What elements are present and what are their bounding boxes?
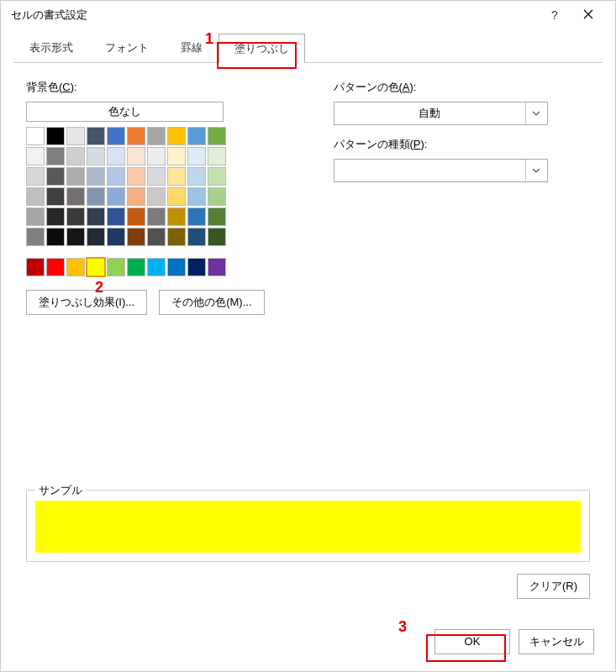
theme-color-swatch[interactable] xyxy=(66,167,85,186)
close-button[interactable] xyxy=(571,8,605,22)
theme-color-swatch[interactable] xyxy=(208,228,226,246)
pattern-color-label: パターンの色(A): xyxy=(334,80,591,95)
help-button[interactable]: ? xyxy=(538,8,571,22)
theme-color-swatch[interactable] xyxy=(46,127,65,145)
pattern-color-value: 自動 xyxy=(334,106,525,121)
theme-color-swatch[interactable] xyxy=(127,127,145,145)
standard-color-swatch[interactable] xyxy=(127,258,145,276)
theme-color-swatch[interactable] xyxy=(147,228,166,246)
standard-color-swatch[interactable] xyxy=(107,258,125,276)
theme-color-swatch[interactable] xyxy=(187,127,206,145)
theme-color-swatch[interactable] xyxy=(127,207,145,226)
theme-color-swatch[interactable] xyxy=(187,187,206,206)
theme-color-swatch[interactable] xyxy=(66,147,85,165)
theme-color-swatch[interactable] xyxy=(107,187,125,206)
titlebar: セルの書式設定 ? xyxy=(1,1,615,29)
standard-color-grid xyxy=(26,258,283,276)
theme-color-swatch[interactable] xyxy=(167,187,186,206)
bg-color-label: 背景色(C): xyxy=(26,80,283,95)
ok-button[interactable]: OK xyxy=(434,629,510,654)
tab-fill[interactable]: 塗りつぶし xyxy=(218,34,305,63)
theme-color-swatch[interactable] xyxy=(87,147,105,165)
standard-color-swatch[interactable] xyxy=(167,258,186,276)
standard-color-swatch[interactable] xyxy=(26,258,45,276)
theme-color-swatch[interactable] xyxy=(107,167,125,186)
standard-color-swatch[interactable] xyxy=(46,258,65,276)
theme-color-swatch[interactable] xyxy=(187,228,206,246)
standard-color-swatch[interactable] xyxy=(66,258,85,276)
cancel-button[interactable]: キャンセル xyxy=(519,629,594,654)
theme-color-swatch[interactable] xyxy=(187,167,206,186)
theme-color-swatch[interactable] xyxy=(187,147,206,165)
format-cells-dialog: セルの書式設定 ? 表示形式 フォント 罫線 塗りつぶし 背景色(C): 色なし… xyxy=(0,0,616,672)
theme-color-swatch[interactable] xyxy=(147,167,166,186)
pattern-type-select[interactable] xyxy=(334,159,548,182)
left-column: 背景色(C): 色なし 塗りつぶし効果(I)... その他の色(M)... xyxy=(26,80,283,315)
theme-color-swatch[interactable] xyxy=(127,187,145,206)
theme-color-swatch[interactable] xyxy=(87,127,105,145)
theme-color-swatch[interactable] xyxy=(147,127,166,145)
pattern-color-select[interactable]: 自動 xyxy=(334,102,548,125)
right-column: パターンの色(A): 自動 パターンの種類(P): xyxy=(334,80,591,315)
theme-color-swatch[interactable] xyxy=(107,228,125,246)
theme-color-swatch[interactable] xyxy=(66,127,85,145)
theme-color-swatch[interactable] xyxy=(26,127,45,145)
theme-color-swatch[interactable] xyxy=(187,207,206,226)
theme-color-swatch[interactable] xyxy=(208,147,226,165)
dialog-buttons: OK キャンセル xyxy=(1,616,615,671)
theme-color-swatch[interactable] xyxy=(26,207,45,226)
standard-color-swatch[interactable] xyxy=(147,258,166,276)
theme-color-swatch[interactable] xyxy=(167,228,186,246)
theme-color-swatch[interactable] xyxy=(46,147,65,165)
theme-color-swatch[interactable] xyxy=(46,187,65,206)
theme-color-swatch[interactable] xyxy=(46,167,65,186)
tab-border[interactable]: 罫線 xyxy=(165,33,218,62)
theme-color-swatch[interactable] xyxy=(147,147,166,165)
sample-group: サンプル xyxy=(26,490,590,562)
standard-color-swatch[interactable] xyxy=(208,258,226,276)
theme-color-swatch[interactable] xyxy=(107,207,125,226)
clear-button[interactable]: クリア(R) xyxy=(517,574,590,599)
theme-color-swatch[interactable] xyxy=(26,147,45,165)
theme-color-swatch[interactable] xyxy=(208,187,226,206)
theme-color-swatch[interactable] xyxy=(66,207,85,226)
theme-color-swatch[interactable] xyxy=(87,187,105,206)
theme-color-swatch[interactable] xyxy=(167,127,186,145)
more-colors-button[interactable]: その他の色(M)... xyxy=(159,290,264,315)
theme-color-swatch[interactable] xyxy=(167,207,186,226)
fill-effects-button[interactable]: 塗りつぶし効果(I)... xyxy=(26,290,147,315)
theme-color-swatch[interactable] xyxy=(127,167,145,186)
theme-color-swatch[interactable] xyxy=(66,228,85,246)
chevron-down-icon xyxy=(525,160,547,181)
extra-buttons-row: 塗りつぶし効果(I)... その他の色(M)... xyxy=(26,290,283,315)
theme-color-swatch[interactable] xyxy=(208,127,226,145)
theme-color-swatch[interactable] xyxy=(167,147,186,165)
theme-color-swatch[interactable] xyxy=(87,228,105,246)
theme-color-swatch[interactable] xyxy=(127,147,145,165)
theme-color-swatch[interactable] xyxy=(26,187,45,206)
tab-content: 背景色(C): 色なし 塗りつぶし効果(I)... その他の色(M)... パタ… xyxy=(1,63,615,616)
theme-color-swatch[interactable] xyxy=(87,167,105,186)
theme-color-swatch[interactable] xyxy=(147,207,166,226)
theme-color-swatch[interactable] xyxy=(147,187,166,206)
theme-color-swatch[interactable] xyxy=(208,167,226,186)
tab-strip: 表示形式 フォント 罫線 塗りつぶし xyxy=(13,33,603,63)
tab-number[interactable]: 表示形式 xyxy=(13,33,89,62)
theme-color-swatch[interactable] xyxy=(107,147,125,165)
standard-color-swatch[interactable] xyxy=(187,258,206,276)
no-color-button[interactable]: 色なし xyxy=(26,102,224,122)
theme-color-swatch[interactable] xyxy=(87,207,105,226)
theme-color-swatch[interactable] xyxy=(46,207,65,226)
close-icon xyxy=(583,9,593,19)
theme-color-swatch[interactable] xyxy=(208,207,226,226)
theme-color-swatch[interactable] xyxy=(46,228,65,246)
theme-color-swatch[interactable] xyxy=(66,187,85,206)
sample-label: サンプル xyxy=(35,483,86,498)
tab-font[interactable]: フォント xyxy=(89,33,165,62)
theme-color-swatch[interactable] xyxy=(127,228,145,246)
theme-color-swatch[interactable] xyxy=(26,228,45,246)
theme-color-swatch[interactable] xyxy=(107,127,125,145)
standard-color-swatch[interactable] xyxy=(87,258,105,276)
theme-color-swatch[interactable] xyxy=(167,167,186,186)
theme-color-swatch[interactable] xyxy=(26,167,45,186)
